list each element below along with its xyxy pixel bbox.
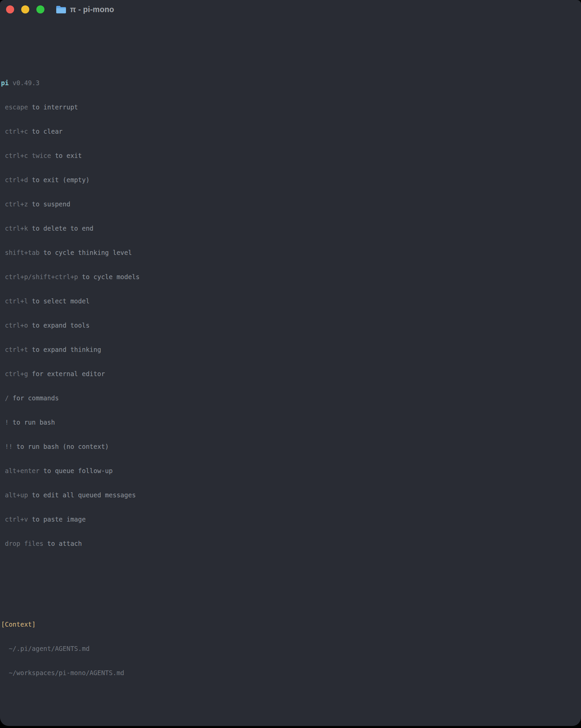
help-line: ctrl+v to paste image [0, 515, 581, 523]
window-title: π - pi-mono [70, 5, 114, 14]
help-line: shift+tab to cycle thinking level [0, 249, 581, 257]
help-line: ctrl+p/shift+ctrl+p to cycle models [0, 273, 581, 281]
startup-banner: pi v0.49.3 escape to interrupt ctrl+c to… [0, 62, 581, 564]
help-line: !! to run bash (no context) [0, 442, 581, 450]
help-line: drop files to attach [0, 540, 581, 547]
help-line: / for commands [0, 394, 581, 402]
terminal-window: π - pi-mono pi v0.49.3 escape to interru… [0, 0, 581, 726]
terminal-content: pi v0.49.3 escape to interrupt ctrl+c to… [0, 19, 581, 726]
folder-icon [56, 5, 66, 14]
help-line: alt+enter to queue follow-up [0, 467, 581, 475]
help-line: ctrl+c twice to exit [0, 152, 581, 160]
context-header: [Context] [0, 620, 581, 628]
help-line: ctrl+c to clear [0, 127, 581, 135]
help-line: ctrl+d to exit (empty) [0, 176, 581, 184]
app-version: v0.49.3 [9, 79, 40, 86]
help-line: ctrl+t to expand thinking [0, 345, 581, 354]
help-line: alt+up to edit all queued messages [0, 491, 581, 499]
help-line: ctrl+o to expand tools [0, 321, 581, 329]
context-section: [Context] ~/.pi/agent/AGENTS.md ~/worksp… [0, 604, 581, 693]
title-bar: π - pi-mono [0, 0, 581, 19]
close-button[interactable] [6, 5, 14, 14]
context-path: ~/.pi/agent/AGENTS.md [0, 645, 581, 653]
context-path: ~/workspaces/pi-mono/AGENTS.md [0, 669, 581, 677]
version-line: pi v0.49.3 [0, 79, 581, 87]
help-line: ctrl+z to suspend [0, 200, 581, 208]
zoom-button[interactable] [36, 5, 45, 14]
help-line: ctrl+k to delete to end [0, 224, 581, 232]
help-line: ctrl+l to select model [0, 297, 581, 305]
help-line: ctrl+g for external editor [0, 370, 581, 378]
help-line: ! to run bash [0, 418, 581, 426]
help-line: escape to interrupt [0, 103, 581, 111]
app-name: pi [1, 79, 9, 86]
minimize-button[interactable] [21, 5, 29, 14]
